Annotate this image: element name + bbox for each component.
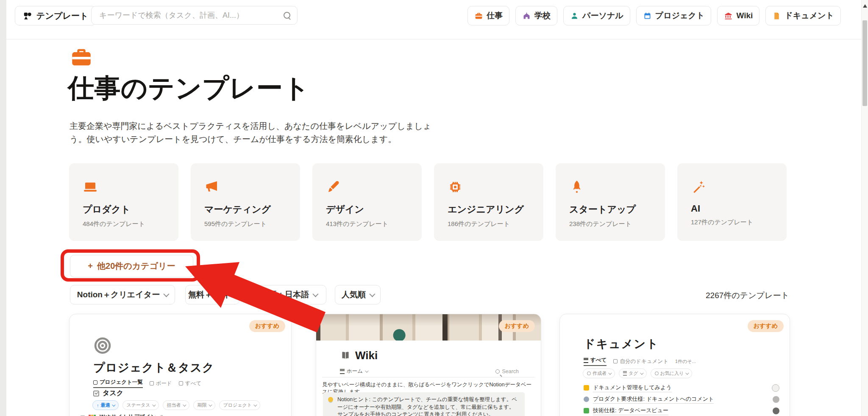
comment-icon (584, 396, 589, 402)
doc-row[interactable]: プロダクト要求仕様: ドキュメントへのコメント (584, 394, 773, 405)
docs-tab-all[interactable]: すべて (584, 357, 606, 366)
template-card-docs[interactable]: おすすめ ドキュメント すべて 自分のドキュメント 1件のそ... 作成者 タグ… (559, 314, 790, 416)
scroll-up-arrow-icon[interactable] (863, 4, 867, 8)
search-box[interactable] (91, 6, 298, 25)
chip-icon (448, 179, 463, 195)
search-input[interactable] (98, 11, 284, 20)
nav-tab-personal[interactable]: パーソナル (563, 6, 630, 25)
nav-tab-work[interactable]: 仕事 (467, 6, 509, 25)
due-filter-chip[interactable]: 期限 (193, 400, 215, 410)
more-categories-button[interactable]: + 他20件のカテゴリー (70, 255, 193, 277)
filter-language-dropdown[interactable]: 英語＋日本語 (251, 285, 326, 304)
nav-tab-school[interactable]: 学校 (515, 6, 557, 25)
document-icon (772, 11, 781, 20)
filter-price-label: 無料＋有料 (188, 289, 228, 300)
list-view-icon (340, 369, 345, 374)
bank-icon (724, 11, 733, 20)
category-nav: 仕事 学校 パーソナル (467, 6, 841, 25)
chevron-down-icon (164, 291, 170, 297)
template-card-wiki[interactable]: おすすめ Wiki ホーム Search 見やすいページ構成はそのままに、散らば… (316, 314, 541, 416)
view-tab-label: 自分のドキュメント (620, 358, 668, 365)
filter-sort-dropdown[interactable]: 人気順 (335, 285, 381, 304)
category-count: 413件のテンプレート (326, 220, 422, 228)
category-label: マーケティング (204, 203, 300, 216)
project-color-icon (89, 415, 96, 416)
nav-tab-projects[interactable]: プロジェクト (636, 6, 712, 25)
task-group-label: Webサイトリデザイン (100, 413, 156, 416)
filter-sort-label: 人気順 (342, 289, 366, 300)
docs-tab-mine[interactable]: 自分のドキュメント (613, 358, 668, 365)
category-card-marketing[interactable]: マーケティング 595件のテンプレート (191, 163, 300, 241)
nav-tab-label: ドキュメント (785, 10, 834, 21)
table-view-icon (179, 381, 183, 385)
project-filter-chip[interactable]: プロジェクト (219, 400, 261, 410)
nav-tab-label: Wiki (736, 11, 753, 20)
docs-filter-chips: 作成者 タグ お気に入り (583, 369, 692, 378)
tag-filter-chip[interactable]: タグ (619, 369, 647, 378)
chip-label: 作成者 (593, 370, 606, 377)
filter-creator-dropdown[interactable]: Notion＋クリエイター (70, 285, 175, 304)
chip-label: お気に入り (660, 370, 684, 377)
laptop-icon (83, 179, 98, 195)
status-filter-chip[interactable]: ステータス (122, 400, 159, 410)
avatar (773, 396, 779, 403)
doc-row[interactable]: 技術仕様: データベースビュー (584, 405, 773, 416)
templates-home-button[interactable]: テンプレート (15, 6, 96, 25)
category-card-engineering[interactable]: エンジニアリング 186件のテンプレート (434, 163, 543, 241)
chevron-down-icon (232, 291, 238, 297)
filter-creator-label: Notion＋クリエイター (77, 289, 160, 300)
nav-tab-label: 学校 (534, 10, 551, 21)
view-tab-project-list[interactable]: プロジェクト一覧 (93, 379, 143, 388)
category-card-design[interactable]: デザイン 413件のテンプレート (312, 163, 422, 241)
recommended-badge: おすすめ (249, 320, 285, 332)
tasks-section-header: タスク (93, 389, 123, 398)
wiki-search-label: Search (502, 369, 519, 374)
template-title-row: Wiki (340, 349, 378, 362)
scrollbar-thumb[interactable] (862, 20, 867, 106)
docs-tab-more[interactable]: 1件のそ... (675, 358, 696, 365)
sort-chip[interactable]: ↑最適 (92, 400, 119, 410)
avatar (773, 408, 779, 414)
category-card-ai[interactable]: AI 127件のテンプレート (677, 163, 787, 241)
nav-tab-documents[interactable]: ドキュメント (765, 6, 841, 25)
task-group-row[interactable]: Webサイトリデザイン 3 (81, 413, 163, 416)
view-tab-all[interactable]: すべて (179, 379, 201, 388)
nav-tab-wiki[interactable]: Wiki (717, 6, 760, 25)
category-card-startup[interactable]: スタートアップ 238件のテンプレート (556, 163, 665, 241)
board-view-icon (150, 381, 154, 385)
doc-title: プロダクト要求仕様: ドキュメントへのコメント (593, 395, 714, 404)
left-edge-strip (0, 0, 6, 416)
more-categories-label: 他20件のカテゴリー (97, 260, 175, 272)
view-tab-board[interactable]: ボード (150, 379, 172, 388)
chevron-down-icon (369, 291, 375, 297)
home-tab[interactable]: ホーム (340, 368, 367, 375)
category-label: プロダクト (83, 203, 178, 216)
filter-language-label: 英語＋日本語 (261, 289, 309, 300)
category-card-product[interactable]: プロダクト 484件のテンプレート (69, 163, 178, 241)
template-card-projects-tasks[interactable]: おすすめ プロジェクト＆タスク プロジェクト一覧 ボード すべて タスク ↑最適… (69, 314, 292, 416)
avatar (772, 384, 779, 392)
assignee-filter-chip[interactable]: 担当者 (163, 400, 189, 410)
chevron-down-icon (253, 403, 257, 406)
wiki-search[interactable]: Search (495, 369, 519, 374)
task-group-count: 3 (160, 414, 163, 416)
arrow-up-icon: ↑ (97, 403, 99, 408)
chip-label: タグ (629, 370, 638, 377)
favorites-filter-chip[interactable]: お気に入り (651, 369, 693, 378)
target-icon (93, 336, 112, 355)
creator-filter-chip[interactable]: 作成者 (583, 369, 615, 378)
templates-home-label: テンプレート (36, 10, 88, 22)
brush-icon (326, 179, 341, 195)
lightbulb-icon (328, 397, 333, 402)
home-tab-label: ホーム (347, 368, 363, 375)
filter-price-dropdown[interactable]: 無料＋有料 (185, 285, 239, 304)
category-label: デザイン (326, 203, 422, 216)
category-count: 595件のテンプレート (204, 220, 300, 228)
vertical-scrollbar[interactable] (861, 0, 868, 416)
top-navigation-bar: テンプレート 仕事 学校 (6, 0, 861, 39)
doc-row[interactable]: ドキュメント管理をしてみよう (584, 382, 773, 394)
briefcase-icon (474, 11, 483, 20)
chevron-down-icon (608, 371, 612, 374)
recommended-badge: おすすめ (748, 320, 784, 332)
list-view-icon (584, 358, 588, 363)
